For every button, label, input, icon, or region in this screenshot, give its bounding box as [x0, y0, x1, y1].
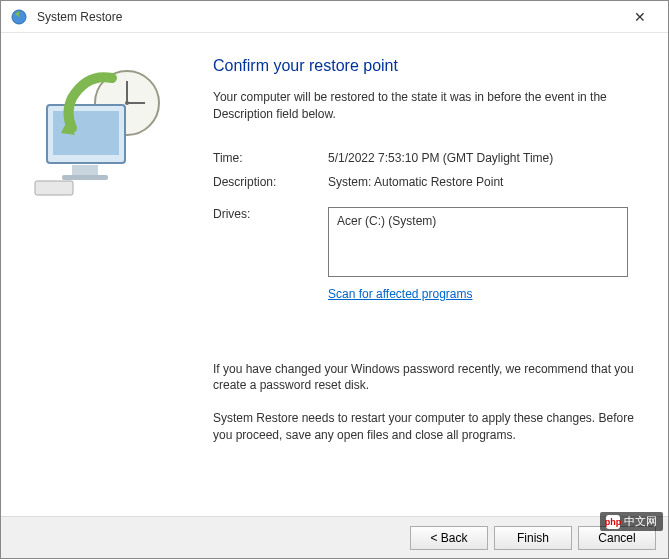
finish-button[interactable]: Finish [494, 526, 572, 550]
app-icon [9, 7, 29, 27]
left-pane [1, 33, 193, 516]
restore-graphic [17, 53, 177, 213]
drives-row: Drives: Acer (C:) (System) [213, 207, 638, 277]
time-row: Time: 5/1/2022 7:53:10 PM (GMT Daylight … [213, 151, 638, 165]
description-value: System: Automatic Restore Point [328, 175, 638, 189]
watermark-logo: php [606, 515, 620, 529]
restart-note: System Restore needs to restart your com… [213, 410, 638, 444]
svg-rect-9 [35, 181, 73, 195]
titlebar: System Restore ✕ [1, 1, 668, 33]
description-text: Your computer will be restored to the st… [213, 89, 638, 123]
window-title: System Restore [37, 10, 620, 24]
scan-affected-link[interactable]: Scan for affected programs [328, 287, 473, 301]
svg-rect-8 [62, 175, 108, 180]
watermark: php 中文网 [600, 512, 663, 531]
svg-rect-7 [72, 165, 98, 175]
svg-point-4 [125, 101, 129, 105]
time-value: 5/1/2022 7:53:10 PM (GMT Daylight Time) [328, 151, 638, 165]
drives-label: Drives: [213, 207, 328, 221]
back-button[interactable]: < Back [410, 526, 488, 550]
footer: < Back Finish Cancel [1, 516, 668, 558]
watermark-text: 中文网 [624, 514, 657, 529]
content-area: Confirm your restore point Your computer… [1, 33, 668, 516]
right-pane: Confirm your restore point Your computer… [193, 33, 668, 516]
drives-box: Acer (C:) (System) [328, 207, 628, 277]
description-row: Description: System: Automatic Restore P… [213, 175, 638, 189]
close-button[interactable]: ✕ [620, 3, 660, 31]
password-note: If you have changed your Windows passwor… [213, 361, 638, 395]
info-grid: Time: 5/1/2022 7:53:10 PM (GMT Daylight … [213, 151, 638, 189]
time-label: Time: [213, 151, 328, 165]
page-heading: Confirm your restore point [213, 57, 638, 75]
description-label: Description: [213, 175, 328, 189]
